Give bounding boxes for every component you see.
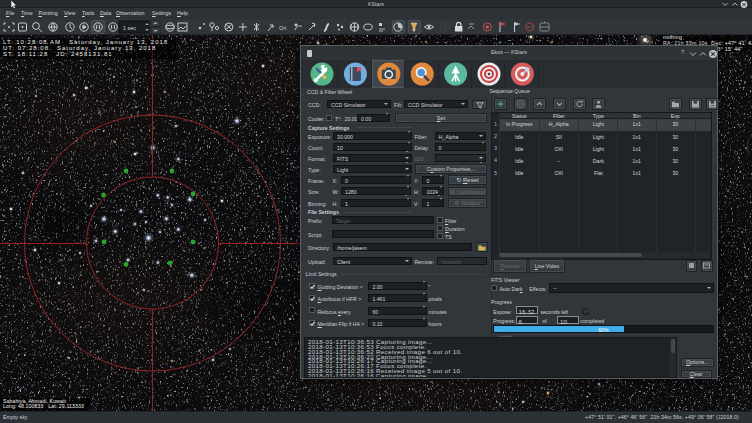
svg-text:1 sec: 1 sec — [123, 25, 136, 31]
svg-text:Ori: Ori — [279, 25, 286, 31]
